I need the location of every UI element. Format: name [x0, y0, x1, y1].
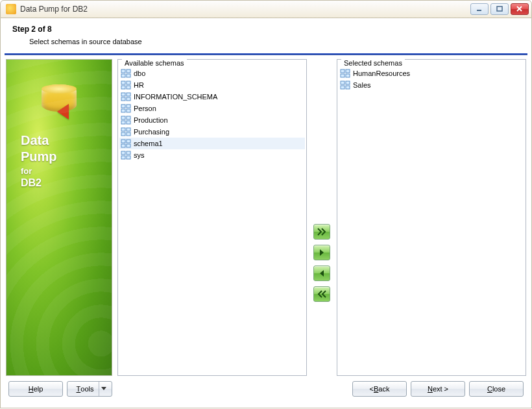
- schema-icon: [121, 69, 131, 78]
- schema-icon: [340, 69, 350, 78]
- svg-rect-43: [346, 86, 350, 89]
- header-rule: [5, 53, 527, 55]
- titlebar: Data Pump for DB2: [0, 0, 532, 18]
- minimize-button[interactable]: [470, 3, 489, 15]
- svg-rect-34: [121, 156, 125, 159]
- svg-rect-26: [121, 132, 125, 136]
- list-item-label: schema1: [134, 140, 163, 147]
- maximize-button[interactable]: [490, 3, 509, 15]
- svg-rect-25: [127, 128, 130, 131]
- svg-rect-23: [127, 121, 130, 124]
- available-schemas-label: Available schemas: [122, 59, 187, 67]
- list-item[interactable]: Purchasing: [119, 126, 305, 138]
- svg-rect-13: [127, 93, 130, 96]
- list-item[interactable]: sys: [119, 149, 305, 161]
- step-subtitle: Select schemas in source database: [12, 34, 522, 51]
- selected-schemas-list[interactable]: HumanResourcesSales: [339, 68, 524, 374]
- svg-rect-16: [121, 105, 125, 108]
- list-item[interactable]: HumanResources: [339, 68, 524, 79]
- list-item-label: Purchasing: [134, 128, 169, 136]
- brand-line-1: Data: [21, 132, 57, 149]
- list-item[interactable]: INFORMATION_SCHEMA: [119, 91, 305, 103]
- help-button[interactable]: Help: [8, 381, 63, 397]
- svg-rect-29: [127, 140, 130, 143]
- tools-label-post: ools: [80, 385, 93, 393]
- tools-button[interactable]: Tools: [67, 381, 112, 397]
- brand-line-4: DB2: [21, 177, 57, 190]
- schema-icon: [121, 139, 131, 148]
- schema-icon: [121, 127, 131, 136]
- svg-rect-28: [121, 140, 125, 143]
- svg-rect-5: [127, 69, 130, 73]
- svg-rect-40: [341, 81, 345, 84]
- list-item-label: HumanResources: [353, 69, 410, 77]
- svg-rect-30: [121, 144, 125, 147]
- svg-rect-37: [346, 69, 350, 73]
- svg-rect-41: [346, 81, 350, 84]
- close-window-button[interactable]: [511, 3, 529, 15]
- svg-rect-33: [127, 151, 130, 155]
- schema-icon: [121, 81, 131, 90]
- next-label-post: ext >: [433, 385, 448, 393]
- svg-rect-35: [127, 156, 130, 159]
- svg-rect-10: [121, 86, 125, 89]
- back-button[interactable]: < Back: [352, 381, 407, 397]
- list-item-label: HR: [134, 81, 144, 89]
- window-buttons: [470, 3, 529, 15]
- available-schemas-group: Available schemas dboHRINFORMATION_SCHEM…: [117, 59, 307, 376]
- brand-text: Data Pump for DB2: [21, 132, 57, 190]
- schema-icon: [121, 104, 131, 113]
- svg-rect-9: [127, 81, 130, 84]
- help-label-post: elp: [34, 385, 43, 393]
- tools-dropdown-icon[interactable]: [99, 382, 108, 396]
- svg-rect-11: [127, 86, 130, 89]
- next-button[interactable]: Next >: [411, 381, 465, 397]
- close-label-m: C: [487, 385, 492, 393]
- list-item-label: Sales: [353, 81, 371, 89]
- remove-all-button[interactable]: [313, 286, 330, 302]
- svg-rect-19: [127, 109, 130, 112]
- svg-rect-12: [121, 93, 125, 96]
- svg-rect-31: [127, 144, 130, 147]
- list-pane: Available schemas dboHRINFORMATION_SCHEM…: [117, 59, 526, 376]
- schema-icon: [121, 116, 131, 125]
- list-item[interactable]: dbo: [119, 68, 305, 79]
- app-icon: [6, 4, 16, 14]
- step-header: Step 2 of 8 Select schemas in source dat…: [1, 18, 531, 53]
- add-all-button[interactable]: [313, 224, 330, 240]
- svg-rect-21: [127, 116, 130, 119]
- svg-rect-18: [121, 109, 125, 112]
- svg-rect-36: [341, 69, 345, 73]
- svg-rect-38: [341, 74, 345, 77]
- available-schemas-list[interactable]: dboHRINFORMATION_SCHEMAPersonProductionP…: [119, 68, 305, 374]
- selected-schemas-group: Selected schemas HumanResourcesSales: [337, 59, 526, 376]
- transfer-buttons: [311, 59, 333, 376]
- list-item-label: INFORMATION_SCHEMA: [134, 93, 217, 101]
- help-label-m: H: [29, 385, 34, 393]
- footer: Help Tools < Back Next > Close: [1, 376, 531, 403]
- list-item[interactable]: Person: [119, 103, 305, 114]
- svg-rect-22: [121, 121, 125, 124]
- svg-rect-7: [127, 74, 130, 77]
- list-item[interactable]: schema1: [119, 138, 305, 149]
- svg-rect-8: [121, 81, 125, 84]
- list-item-label: Production: [134, 116, 168, 124]
- svg-rect-20: [121, 116, 125, 119]
- wizard-body: Data Pump for DB2 Available schemas dboH…: [1, 59, 531, 376]
- schema-icon: [121, 151, 131, 160]
- schema-icon: [340, 81, 350, 90]
- list-item[interactable]: Sales: [339, 79, 524, 91]
- add-one-button[interactable]: [313, 245, 330, 260]
- remove-one-button[interactable]: [313, 266, 330, 281]
- brand-panel: Data Pump for DB2: [6, 59, 112, 376]
- selected-schemas-label: Selected schemas: [341, 59, 405, 67]
- next-label-m: N: [428, 385, 433, 393]
- list-item[interactable]: Production: [119, 114, 305, 126]
- svg-rect-17: [127, 105, 130, 108]
- list-item[interactable]: HR: [119, 79, 305, 91]
- back-label-m: B: [374, 385, 378, 393]
- schema-icon: [121, 92, 131, 101]
- svg-rect-15: [127, 97, 130, 101]
- list-item-label: sys: [134, 151, 145, 159]
- close-button[interactable]: Close: [469, 381, 524, 397]
